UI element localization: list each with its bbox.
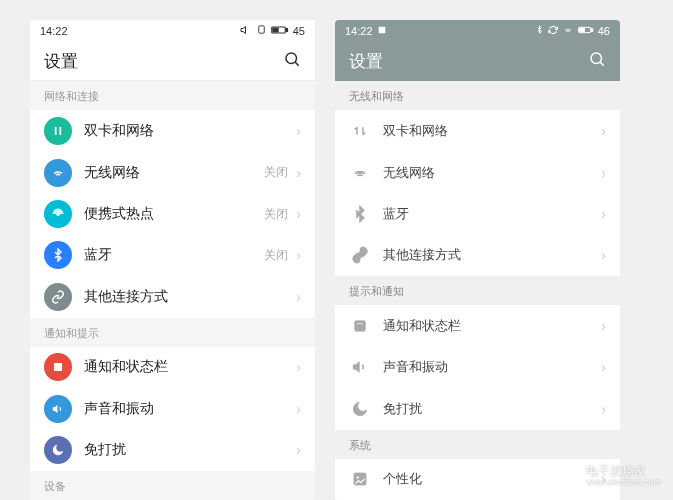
row-label: 通知和状态栏	[84, 358, 296, 376]
row-wifi[interactable]: 无线网络 ›	[335, 152, 620, 193]
chevron-right-icon: ›	[601, 247, 606, 263]
row-notifications[interactable]: 通知和状态栏 ›	[335, 305, 620, 346]
chevron-right-icon: ›	[296, 165, 301, 181]
svg-rect-3	[286, 28, 288, 31]
chevron-right-icon: ›	[296, 442, 301, 458]
row-label: 声音和振动	[84, 400, 296, 418]
battery-icon	[271, 25, 289, 37]
row-other-connections[interactable]: 其他连接方式 ›	[30, 276, 315, 317]
bluetooth-icon	[349, 203, 371, 225]
dnd-icon	[44, 436, 72, 464]
orientation-icon	[256, 24, 267, 37]
sync-icon	[548, 25, 558, 37]
row-label: 蓝牙	[84, 246, 264, 264]
row-status: 关闭	[264, 206, 288, 223]
svg-point-7	[57, 213, 59, 215]
row-bluetooth[interactable]: 蓝牙 ›	[335, 193, 620, 234]
svg-rect-10	[378, 26, 385, 33]
battery-level: 46	[598, 25, 610, 37]
chevron-right-icon: ›	[296, 359, 301, 375]
row-label: 蓝牙	[383, 205, 601, 223]
wifi-icon	[562, 25, 574, 37]
watermark-url: www.elecfans.com	[586, 478, 661, 488]
logo-icon	[558, 465, 580, 487]
chevron-right-icon: ›	[296, 401, 301, 417]
row-bluetooth[interactable]: 蓝牙 关闭 ›	[30, 235, 315, 276]
dual-sim-icon	[44, 117, 72, 145]
search-icon[interactable]	[283, 50, 301, 73]
row-dnd[interactable]: 免打扰 ›	[335, 388, 620, 429]
row-dual-sim[interactable]: 双卡和网络 ›	[30, 110, 315, 151]
svg-rect-4	[273, 28, 278, 32]
svg-point-5	[286, 53, 297, 64]
row-wifi[interactable]: 无线网络 关闭 ›	[30, 152, 315, 193]
svg-marker-0	[241, 26, 246, 33]
chevron-right-icon: ›	[601, 318, 606, 334]
notification-icon	[377, 25, 387, 37]
row-other-connections[interactable]: 其他连接方式 ›	[335, 235, 620, 276]
link-icon	[44, 283, 72, 311]
row-label: 无线网络	[84, 164, 264, 182]
status-bar: 14:22 46	[335, 20, 620, 42]
section-header-wireless: 无线和网络	[335, 81, 620, 110]
page-title: 设置	[44, 50, 283, 73]
chevron-right-icon: ›	[296, 247, 301, 263]
svg-marker-18	[353, 362, 359, 373]
svg-point-20	[356, 476, 359, 479]
watermark: 电子发烧友 www.elecfans.com	[558, 465, 661, 488]
battery-level: 45	[293, 25, 305, 37]
row-label: 通知和状态栏	[383, 317, 601, 335]
chevron-right-icon: ›	[296, 123, 301, 139]
sound-icon	[44, 395, 72, 423]
wifi-icon	[44, 159, 72, 187]
row-label: 免打扰	[383, 400, 601, 418]
chevron-right-icon: ›	[601, 165, 606, 181]
svg-rect-8	[54, 363, 62, 371]
svg-rect-1	[259, 26, 265, 33]
volume-icon	[240, 24, 252, 38]
chevron-right-icon: ›	[296, 206, 301, 222]
bluetooth-icon	[44, 241, 72, 269]
dual-sim-icon	[349, 120, 371, 142]
row-label: 声音和振动	[383, 358, 601, 376]
row-dual-sim[interactable]: 双卡和网络 ›	[335, 110, 620, 151]
link-icon	[349, 244, 371, 266]
row-label: 便携式热点	[84, 205, 264, 223]
section-header-notifications: 通知和提示	[30, 318, 315, 347]
notification-icon	[349, 315, 371, 337]
status-bar: 14:22 45	[30, 20, 315, 42]
header: 设置	[30, 42, 315, 82]
row-sound[interactable]: 声音和振动 ›	[30, 388, 315, 429]
chevron-right-icon: ›	[601, 401, 606, 417]
status-time: 14:22	[345, 25, 373, 37]
chevron-right-icon: ›	[601, 206, 606, 222]
chevron-right-icon: ›	[601, 359, 606, 375]
svg-rect-12	[591, 28, 592, 31]
header: 设置	[335, 42, 620, 82]
row-notifications[interactable]: 通知和状态栏 ›	[30, 347, 315, 388]
section-header-notifications: 提示和通知	[335, 276, 620, 305]
chevron-right-icon: ›	[601, 123, 606, 139]
bluetooth-icon	[535, 24, 544, 37]
svg-point-14	[591, 53, 602, 64]
svg-rect-17	[357, 323, 363, 325]
search-icon[interactable]	[588, 50, 606, 73]
row-label: 其他连接方式	[383, 246, 601, 264]
status-time: 14:22	[40, 25, 68, 37]
phone-left: 14:22 45 设置 网络和连接	[30, 20, 315, 500]
row-sound[interactable]: 声音和振动 ›	[335, 347, 620, 388]
svg-line-15	[600, 62, 603, 65]
row-label: 无线网络	[383, 164, 601, 182]
row-dnd[interactable]: 免打扰 ›	[30, 430, 315, 471]
battery-icon	[578, 25, 594, 37]
svg-marker-9	[53, 405, 58, 413]
svg-rect-13	[579, 28, 584, 31]
row-label: 免打扰	[84, 441, 296, 459]
notification-icon	[44, 353, 72, 381]
row-label: 双卡和网络	[383, 122, 601, 140]
svg-point-22	[567, 474, 573, 480]
row-status: 关闭	[264, 247, 288, 264]
row-hotspot[interactable]: 便携式热点 关闭 ›	[30, 193, 315, 234]
hotspot-icon	[44, 200, 72, 228]
personalize-icon	[349, 468, 371, 490]
